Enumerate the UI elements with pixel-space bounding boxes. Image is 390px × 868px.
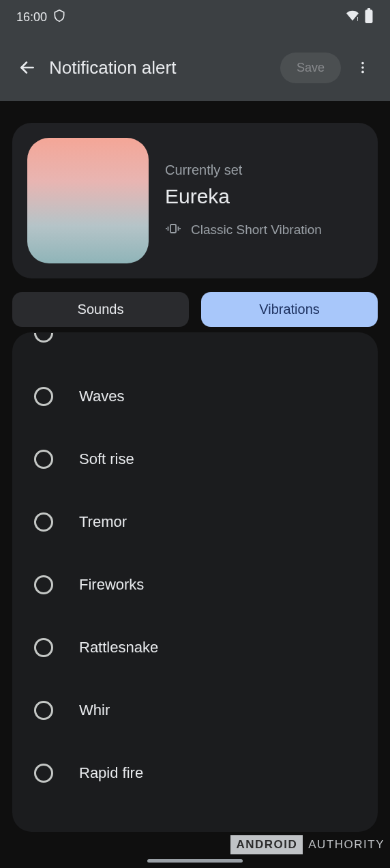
tabs: Sounds Vibrations: [12, 292, 378, 327]
current-card: Currently set Eureka Classic Short Vibra…: [12, 123, 378, 278]
radio-unchecked[interactable]: [34, 450, 53, 469]
svg-point-4: [361, 62, 364, 65]
list-item[interactable]: Waves: [12, 365, 378, 428]
list-item[interactable]: Whir: [12, 679, 378, 742]
item-label: Fireworks: [79, 576, 144, 594]
svg-text:!: !: [357, 16, 359, 22]
item-label: Rapid fire: [79, 764, 143, 782]
watermark: ANDROID AUTHORITY: [230, 835, 390, 854]
tab-vibrations[interactable]: Vibrations: [201, 292, 378, 327]
more-button[interactable]: [346, 51, 379, 84]
status-right: !: [345, 8, 374, 26]
list-item[interactable]: Rattlesnake: [12, 616, 378, 679]
radio-unchecked[interactable]: [34, 701, 53, 720]
list-item[interactable]: Tremor: [12, 491, 378, 553]
svg-rect-7: [170, 225, 176, 233]
radio-unchecked[interactable]: [34, 387, 53, 406]
watermark-right: AUTHORITY: [303, 835, 390, 854]
list-item[interactable]: Fireworks: [12, 553, 378, 616]
list-item[interactable]: Rapid fire: [12, 742, 378, 805]
status-bar: 16:00 !: [0, 0, 390, 34]
svg-point-6: [361, 71, 364, 74]
page-title: Notification alert: [49, 57, 280, 78]
svg-rect-1: [365, 10, 373, 23]
shield-icon: [52, 9, 66, 25]
status-left: 16:00: [16, 9, 66, 25]
item-label: Waves: [79, 388, 124, 405]
vibration-row: Classic Short Vibration: [165, 220, 363, 240]
battery-icon: [364, 8, 374, 26]
item-label: Whir: [79, 701, 110, 719]
item-label: Tremor: [79, 513, 127, 531]
svg-point-5: [361, 66, 364, 69]
vibration-list[interactable]: Waves Soft rise Tremor Fireworks Rattles…: [12, 332, 378, 832]
vibration-text: Classic Short Vibration: [191, 221, 322, 239]
radio-unchecked[interactable]: [34, 638, 53, 657]
wifi-icon: !: [345, 10, 360, 25]
save-button[interactable]: Save: [280, 53, 341, 83]
more-vert-icon: [355, 60, 370, 75]
current-name: Eureka: [165, 185, 363, 208]
radio-unchecked[interactable]: [34, 764, 53, 783]
radio-unchecked[interactable]: [34, 512, 53, 532]
tab-sounds[interactable]: Sounds: [12, 292, 189, 327]
radio-unchecked[interactable]: [34, 333, 53, 343]
nav-handle[interactable]: [147, 859, 243, 863]
back-button[interactable]: [11, 51, 44, 84]
list-item-cutoff[interactable]: [12, 332, 378, 351]
watermark-left: ANDROID: [230, 835, 303, 854]
current-label: Currently set: [165, 162, 363, 178]
current-info: Currently set Eureka Classic Short Vibra…: [165, 162, 363, 240]
item-label: Soft rise: [79, 450, 134, 468]
content-area: Currently set Eureka Classic Short Vibra…: [0, 101, 390, 832]
vibration-icon: [165, 220, 181, 240]
sound-thumbnail: [27, 138, 149, 263]
app-bar: Notification alert Save: [0, 34, 390, 101]
svg-rect-2: [368, 8, 370, 10]
item-label: Rattlesnake: [79, 639, 158, 656]
list-item[interactable]: Soft rise: [12, 428, 378, 491]
arrow-left-icon: [18, 59, 36, 76]
status-time: 16:00: [16, 10, 47, 25]
radio-unchecked[interactable]: [34, 575, 53, 594]
